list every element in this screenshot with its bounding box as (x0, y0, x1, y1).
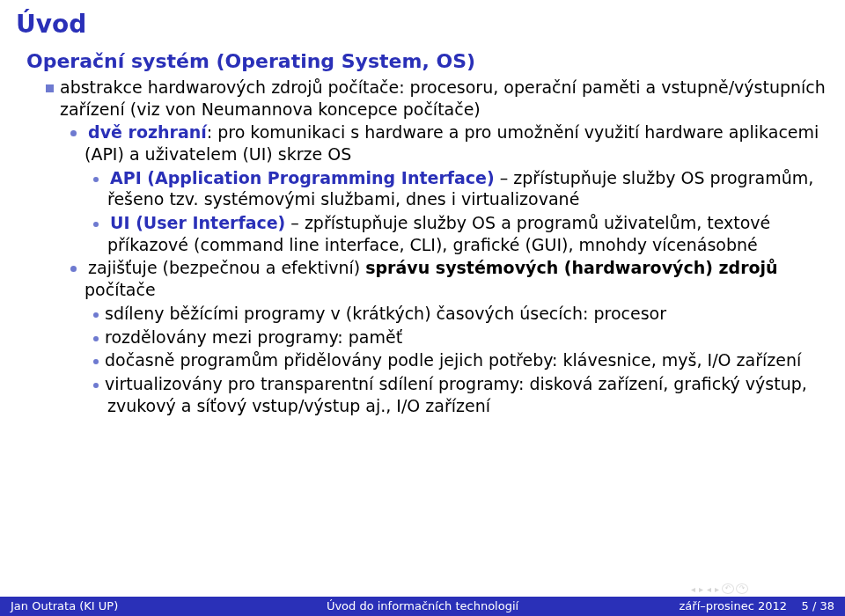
bullet-api: API (Application Programming Interface) … (93, 167, 829, 210)
footer-date: září–prosinec 2012 (680, 599, 788, 614)
bullet-virtualized: virtualizovány pro transparentní sdílení… (93, 373, 829, 416)
footer-title: Úvod do informačních technologií (282, 597, 563, 616)
label-two-interfaces: dvě rozhraní (88, 122, 207, 142)
footer-author: Jan Outrata (KI UP) (0, 597, 282, 616)
text-man-bold: správu systémových (hardwarových) zdrojů (365, 258, 777, 277)
bullet-ui: UI (User Interface) – zpřístupňuje služb… (93, 212, 829, 255)
label-api: API (Application Programming Interface) (110, 168, 495, 187)
slide-title: Úvod (16, 9, 829, 40)
footer-right: září–prosinec 2012 5 / 38 (563, 597, 845, 616)
nav-undo-icon[interactable]: ↶ (722, 583, 734, 594)
nav-prev-slide-icon[interactable]: ◂ (706, 583, 712, 595)
nav-controls: ◂ ▸ ◂ ▸ ↶ ↷ (690, 583, 748, 595)
section-heading: Operační systém (Operating System, OS) (26, 49, 829, 75)
bullet-assigned: dočasně programům přidělovány podle jeji… (93, 349, 829, 371)
nav-redo-icon[interactable]: ↷ (736, 583, 748, 594)
bullet-two-interfaces: dvě rozhraní: pro komunikaci s hardware … (70, 121, 829, 165)
bullet-divided: rozdělovány mezi programy: paměť (93, 326, 829, 348)
label-ui: UI (User Interface) (110, 213, 285, 232)
nav-next-slide-icon[interactable]: ▸ (714, 583, 720, 595)
bullet-shared: sdíleny běžícími programy v (krátkých) č… (93, 303, 829, 325)
bullet-abstraction: abstrakce hardwarových zdrojů počítače: … (46, 77, 829, 120)
text-man-pre: zajišťuje (bezpečnou a efektivní) (88, 258, 365, 277)
nav-next-section-icon[interactable]: ▸ (698, 583, 704, 595)
bullet-management: zajišťuje (bezpečnou a efektivní) správu… (70, 257, 829, 300)
footer-page: 5 / 38 (802, 599, 834, 614)
nav-prev-section-icon[interactable]: ◂ (690, 583, 696, 595)
footer-bar: Jan Outrata (KI UP) Úvod do informačních… (0, 597, 845, 616)
text-man-post: počítače (84, 280, 156, 299)
